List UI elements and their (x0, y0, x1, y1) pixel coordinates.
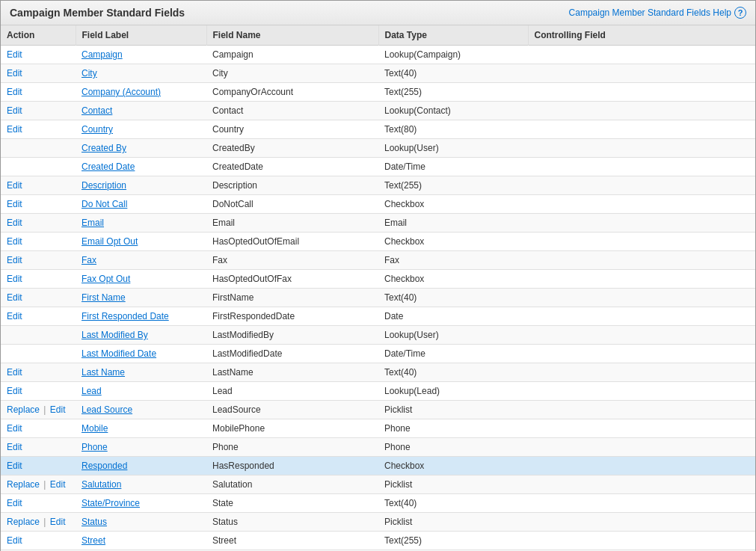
edit-link[interactable]: Edit (7, 386, 22, 396)
cell-controlling-field (528, 102, 755, 120)
field-label-link[interactable]: Status (82, 517, 107, 527)
table-row: EditEmail Opt OutHasOptedOutOfEmailCheck… (1, 233, 755, 251)
edit-link[interactable]: Edit (7, 292, 22, 303)
field-label-link[interactable]: First Responded Date (82, 311, 169, 321)
field-label-link[interactable]: Created Date (82, 161, 135, 172)
cell-field-label: Phone (76, 438, 206, 457)
cell-field-label: State/Province (76, 494, 206, 513)
edit-link[interactable]: Edit (7, 180, 22, 191)
field-label-link[interactable]: Salutation (82, 479, 121, 490)
replace-link[interactable]: Replace (7, 404, 40, 415)
edit-link[interactable]: Edit (7, 461, 22, 471)
field-label-link[interactable]: Mobile (82, 423, 108, 434)
field-label-link[interactable]: Campaign (82, 49, 123, 60)
field-label-link[interactable]: Email Opt Out (82, 236, 138, 247)
table-row: EditFirst NameFirstNameText(40) (1, 289, 755, 307)
cell-field-label: Mobile (76, 419, 206, 438)
edit-link[interactable]: Edit (7, 49, 22, 60)
field-label-link[interactable]: Responded (82, 461, 127, 471)
field-label-link[interactable]: Phone (82, 442, 108, 452)
cell-controlling-field (528, 363, 755, 382)
cell-action: Replace | Edit (1, 401, 76, 419)
edit-link[interactable]: Edit (7, 535, 22, 546)
cell-controlling-field (528, 326, 755, 345)
edit-link[interactable]: Edit (7, 442, 22, 452)
cell-field-label: Company (Account) (76, 83, 206, 102)
edit-link[interactable]: Edit (7, 218, 22, 228)
cell-data-type: Picklist (378, 513, 528, 532)
edit-link[interactable]: Edit (7, 68, 22, 79)
edit-link[interactable]: Edit (7, 255, 22, 265)
cell-field-name: HasOptedOutOfEmail (206, 233, 378, 251)
edit-link[interactable]: Edit (7, 199, 22, 209)
cell-field-label: Street (76, 532, 206, 550)
cell-field-label: Description (76, 176, 206, 195)
field-label-link[interactable]: Last Modified By (82, 330, 148, 340)
field-label-link[interactable]: First Name (82, 292, 126, 303)
cell-action: Edit (1, 102, 76, 120)
field-label-link[interactable]: Lead Source (82, 404, 132, 415)
col-header-controlling-field: Controlling Field (528, 25, 755, 46)
edit-link[interactable]: Edit (50, 517, 66, 527)
field-label-link[interactable]: Company (Account) (82, 87, 161, 97)
table-row: Created ByCreatedByLookup(User) (1, 139, 755, 158)
field-label-link[interactable]: Description (82, 180, 126, 191)
table-row: EditFaxFaxFax (1, 251, 755, 270)
cell-data-type: Text(40) (378, 289, 528, 307)
field-label-link[interactable]: Do Not Call (82, 199, 127, 209)
cell-field-label: Last Modified By (76, 326, 206, 345)
cell-field-name: Campaign (206, 46, 378, 64)
field-label-link[interactable]: Fax Opt Out (82, 274, 130, 284)
action-separator: | (41, 517, 49, 527)
field-label-link[interactable]: State/Province (82, 498, 140, 508)
field-label-link[interactable]: City (82, 68, 97, 79)
field-label-link[interactable]: Lead (82, 386, 102, 396)
cell-action: Replace | Edit (1, 475, 76, 494)
cell-action: Replace | Edit (1, 513, 76, 532)
edit-link[interactable]: Edit (7, 105, 22, 116)
col-header-action: Action (1, 25, 76, 46)
edit-link[interactable]: Edit (7, 87, 22, 97)
help-icon: ? (734, 7, 746, 19)
edit-link[interactable]: Edit (50, 404, 66, 415)
cell-field-name: MobilePhone (206, 419, 378, 438)
cell-action: Edit (1, 532, 76, 550)
cell-controlling-field (528, 382, 755, 401)
help-link[interactable]: Campaign Member Standard Fields Help ? (569, 7, 746, 19)
edit-link[interactable]: Edit (7, 423, 22, 434)
table-row: Last Modified ByLastModifiedByLookup(Use… (1, 326, 755, 345)
cell-field-label: Fax (76, 251, 206, 270)
cell-field-name: Phone (206, 438, 378, 457)
cell-field-name: HasOptedOutOfFax (206, 270, 378, 289)
cell-field-label: Created By (76, 139, 206, 158)
table-row: EditCityCityText(40) (1, 64, 755, 83)
edit-link[interactable]: Edit (50, 479, 66, 490)
cell-field-name: Contact (206, 102, 378, 120)
edit-link[interactable]: Edit (7, 311, 22, 321)
cell-action: Edit (1, 214, 76, 233)
field-label-link[interactable]: Street (82, 535, 105, 546)
edit-link[interactable]: Edit (7, 367, 22, 378)
edit-link[interactable]: Edit (7, 274, 22, 284)
replace-link[interactable]: Replace (7, 517, 40, 527)
replace-link[interactable]: Replace (7, 479, 40, 490)
cell-action: Edit (1, 176, 76, 195)
edit-link[interactable]: Edit (7, 236, 22, 247)
edit-link[interactable]: Edit (7, 498, 22, 508)
cell-field-label: Email (76, 214, 206, 233)
field-label-link[interactable]: Country (82, 124, 113, 135)
cell-field-name: CompanyOrAccount (206, 83, 378, 102)
cell-controlling-field (528, 139, 755, 158)
field-label-link[interactable]: Last Name (82, 367, 125, 378)
cell-action: Edit (1, 438, 76, 457)
field-label-link[interactable]: Email (82, 218, 104, 228)
cell-field-label: Contact (76, 102, 206, 120)
cell-data-type: Text(255) (378, 532, 528, 550)
field-label-link[interactable]: Contact (82, 105, 112, 116)
cell-field-name: Salutation (206, 475, 378, 494)
field-label-link[interactable]: Created By (82, 143, 126, 153)
field-label-link[interactable]: Fax (82, 255, 96, 265)
field-label-link[interactable]: Last Modified Date (82, 348, 156, 359)
page-title: Campaign Member Standard Fields (10, 7, 185, 19)
edit-link[interactable]: Edit (7, 124, 22, 135)
